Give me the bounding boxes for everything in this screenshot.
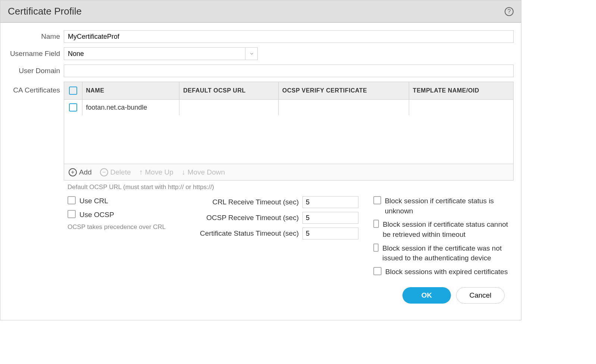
dialog-title: Certificate Profile <box>8 6 82 17</box>
row-user-domain: User Domain <box>8 65 514 77</box>
certificate-profile-dialog: Certificate Profile ? Name Username Fiel… <box>0 0 521 320</box>
options-col-right: Block session if certificate status is u… <box>373 196 514 277</box>
block-timeout-row: Block session if certificate status cann… <box>373 220 514 239</box>
label-username-field: Username Field <box>8 50 64 58</box>
options-col-mid: CRL Receive Timeout (sec) OCSP Receive T… <box>187 196 358 277</box>
ocsp-timeout-row: OCSP Receive Timeout (sec) <box>187 212 358 224</box>
use-crl-label: Use CRL <box>79 196 108 206</box>
add-label: Add <box>79 168 92 176</box>
block-not-issued-row: Block session if the certificate was not… <box>373 244 514 263</box>
crl-timeout-input[interactable] <box>302 196 358 208</box>
row-username-field: Username Field <box>8 47 514 60</box>
cert-status-timeout-input[interactable] <box>302 228 358 239</box>
crl-timeout-label: CRL Receive Timeout (sec) <box>212 198 299 206</box>
ca-table-wrap: NAME DEFAULT OCSP URL OCSP VERIFY CERTIF… <box>64 82 514 181</box>
ca-table-toolbar: + Add − Delete ↑ Move Up ↓ Move Down <box>64 164 513 180</box>
block-unknown-checkbox[interactable] <box>373 196 381 204</box>
block-expired-checkbox[interactable] <box>373 267 382 275</box>
options-grid: Use CRL Use OCSP OCSP takes precedence o… <box>68 196 514 277</box>
username-field-select[interactable] <box>64 47 258 60</box>
ocsp-timeout-input[interactable] <box>302 212 358 224</box>
options-col-left: Use CRL Use OCSP OCSP takes precedence o… <box>68 196 172 277</box>
ok-button[interactable]: OK <box>402 287 451 304</box>
cell-name: footan.net.ca-bundle <box>82 100 179 116</box>
crl-timeout-row: CRL Receive Timeout (sec) <box>187 196 358 208</box>
table-row[interactable]: footan.net.ca-bundle <box>64 100 513 116</box>
default-ocsp-hint: Default OCSP URL (must start with http:/… <box>68 183 514 191</box>
col-header-template-name: TEMPLATE NAME/OID <box>409 82 513 100</box>
dialog-header: Certificate Profile ? <box>0 0 521 23</box>
minus-icon: − <box>100 168 108 176</box>
row-ca-certificates: CA Certificates NAME DEFAULT OCSP URL OC… <box>8 82 514 181</box>
user-domain-input[interactable] <box>64 65 514 77</box>
plus-icon: + <box>69 168 77 176</box>
block-unknown-row: Block session if certificate status is u… <box>373 196 514 216</box>
cert-status-timeout-label: Certificate Status Timeout (sec) <box>200 229 299 238</box>
use-crl-checkbox[interactable] <box>68 196 76 204</box>
cert-status-timeout-row: Certificate Status Timeout (sec) <box>187 228 358 239</box>
ocsp-precedence-hint: OCSP takes precedence over CRL <box>68 223 172 231</box>
col-header-default-ocsp-url: DEFAULT OCSP URL <box>179 82 278 100</box>
cell-template-name <box>409 100 513 116</box>
delete-button[interactable]: − Delete <box>100 168 131 176</box>
use-ocsp-label: Use OCSP <box>79 210 114 220</box>
arrow-up-icon: ↑ <box>139 168 143 176</box>
block-timeout-label: Block session if certificate status cann… <box>383 220 514 239</box>
cell-ocsp-verify-cert <box>278 100 409 116</box>
delete-label: Delete <box>110 168 131 176</box>
select-all-checkbox[interactable] <box>69 87 77 95</box>
use-ocsp-row: Use OCSP <box>68 210 172 220</box>
ca-certificates-table: NAME DEFAULT OCSP URL OCSP VERIFY CERTIF… <box>64 82 513 164</box>
row-checkbox[interactable] <box>69 103 77 112</box>
arrow-down-icon: ↓ <box>182 168 185 176</box>
use-ocsp-checkbox[interactable] <box>68 210 76 218</box>
table-empty-space <box>64 115 513 164</box>
move-down-label: Move Down <box>188 168 225 176</box>
block-expired-row: Block sessions with expired certificates <box>373 267 514 277</box>
move-up-button[interactable]: ↑ Move Up <box>139 168 173 176</box>
label-user-domain: User Domain <box>8 67 64 75</box>
block-not-issued-label: Block session if the certificate was not… <box>382 244 514 263</box>
block-unknown-label: Block session if certificate status is u… <box>385 196 514 216</box>
cancel-button[interactable]: Cancel <box>456 287 505 304</box>
dialog-footer: OK Cancel <box>8 277 514 313</box>
col-header-name: NAME <box>82 82 179 100</box>
label-ca-certificates: CA Certificates <box>8 82 64 94</box>
help-icon[interactable]: ? <box>505 7 514 16</box>
block-not-issued-checkbox[interactable] <box>373 244 379 252</box>
col-header-checkbox <box>64 82 82 100</box>
dialog-body: Name Username Field User Domain CA Certi… <box>0 23 521 320</box>
move-up-label: Move Up <box>145 168 173 176</box>
use-crl-row: Use CRL <box>68 196 172 206</box>
add-button[interactable]: + Add <box>69 168 92 176</box>
label-name: Name <box>8 32 64 41</box>
row-name: Name <box>8 30 514 43</box>
col-header-ocsp-verify-cert: OCSP VERIFY CERTIFICATE <box>278 82 409 100</box>
cell-default-ocsp-url <box>179 100 278 116</box>
ocsp-timeout-label: OCSP Receive Timeout (sec) <box>206 214 299 222</box>
move-down-button[interactable]: ↓ Move Down <box>182 168 225 176</box>
name-input[interactable] <box>64 30 514 43</box>
username-field-select-wrap <box>64 47 258 60</box>
block-timeout-checkbox[interactable] <box>373 220 379 228</box>
block-expired-label: Block sessions with expired certificates <box>385 267 508 277</box>
